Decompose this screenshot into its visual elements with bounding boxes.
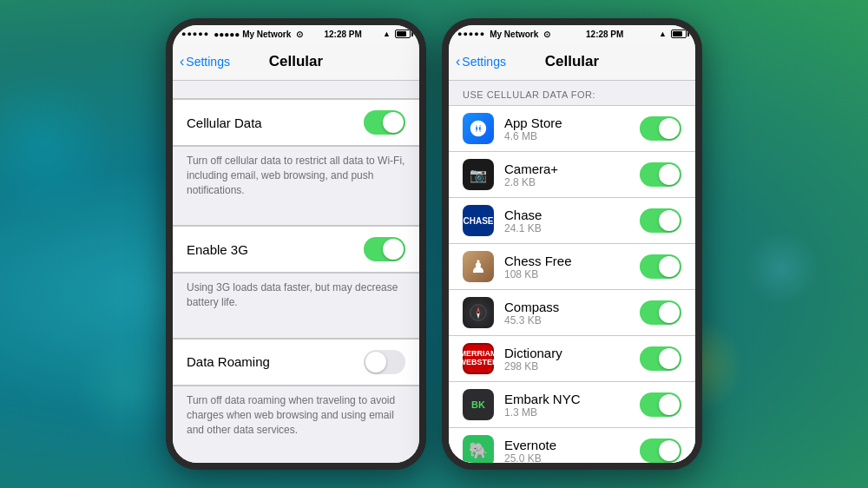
app-size-chess: 108 KB [504,268,629,280]
time-display-2: 12:28 PM [586,30,623,39]
chess-icon: ♟ [463,251,494,282]
cellular-data-toggle[interactable] [364,110,405,135]
compass-icon [463,297,494,328]
status-left-1: ●●●●● ●●●●● My Network ⊙ [181,30,303,39]
app-info-camera: Camera+ 2.8 KB [504,162,629,188]
battery-icon-1 [395,30,411,38]
list-item: App Store 4.6 MB [449,105,695,152]
appstore-toggle[interactable] [640,116,681,141]
list-item: 🐘 Evernote 25.0 KB [449,428,695,463]
signal-indicator-2: ●●●●● [457,30,485,38]
nav-title-1: Cellular [269,53,323,70]
app-info-embark: Embark NYC 1.3 MB [504,392,629,419]
cellular-data-description: Turn off cellular data to restrict all d… [173,147,419,208]
embark-icon: BK [463,389,494,420]
data-roaming-section: Data Roaming [173,338,419,386]
nav-title-2: Cellular [545,53,599,70]
status-bar-1: ●●●●● ●●●●● My Network ⊙ 12:28 PM ▲ [173,25,419,43]
status-right-2: ▲ [659,30,687,38]
enable-3g-toggle[interactable] [364,237,405,261]
app-name-chase: Chase [504,208,629,222]
dictionary-toggle[interactable] [640,346,681,371]
back-button-1[interactable]: ‹ Settings [180,54,230,69]
back-label-2: Settings [462,55,506,69]
enable-3g-description: Using 3G loads data faster, but may decr… [173,274,419,320]
chevron-back-icon-2: ‹ [456,54,460,69]
list-item: MERRIAMWEBSTER Dictionary 298 KB [449,336,695,382]
chess-toggle[interactable] [640,254,681,279]
status-left-2: ●●●●● My Network ⊙ [457,30,550,39]
enable-3g-cell: Enable 3G [173,226,419,273]
phone-1: ●●●●● ●●●●● My Network ⊙ 12:28 PM ▲ ‹ Se… [166,18,426,470]
app-size-embark: 1.3 MB [504,406,629,419]
app-info-evernote: Evernote 25.0 KB [504,438,629,464]
enable-3g-section: Enable 3G [173,225,419,274]
camera-toggle[interactable] [640,162,681,187]
compass-toggle[interactable] [640,300,681,325]
network-name-2: My Network [490,30,538,39]
battery-fill-2 [673,31,682,36]
app-info-compass: Compass 45.3 KB [504,300,629,326]
phone-2: ●●●●● My Network ⊙ 12:28 PM ▲ ‹ Settings… [442,18,702,470]
nav-bar-1: ‹ Settings Cellular [173,43,419,81]
svg-marker-1 [477,307,480,313]
chase-toggle[interactable] [640,208,681,233]
dictionary-icon: MERRIAMWEBSTER [463,343,494,374]
list-item: 📷 Camera+ 2.8 KB [449,152,695,198]
app-info-chase: Chase 24.1 KB [504,208,629,234]
app-info-chess: Chess Free 108 KB [504,254,629,280]
list-item: BK Embark NYC 1.3 MB [449,382,695,428]
app-size-appstore: 4.6 MB [504,130,629,142]
cellular-data-cell: Cellular Data [173,99,419,146]
app-info-dictionary: Dictionary 298 KB [504,346,629,373]
network-name: ●●●●● My Network [214,30,291,39]
signal-indicator: ●●●●● [181,30,209,38]
nav-bar-2: ‹ Settings Cellular [449,43,695,81]
toggle-knob [383,112,404,133]
toggle-knob-roaming [365,352,386,373]
chase-icon: CHASE [463,205,494,236]
appstore-icon [463,113,494,144]
time-display-1: 12:28 PM [325,30,362,39]
app-info-appstore: App Store 4.6 MB [504,115,629,142]
evernote-icon: 🐘 [463,435,494,463]
status-right-1: ▲ [383,30,411,38]
data-roaming-cell: Data Roaming [173,339,419,386]
toggle-knob-3g [383,239,404,260]
phone-content-1: Cellular Data Turn off cellular data to … [173,81,419,463]
data-roaming-description: Turn off data roaming when traveling to … [173,386,419,447]
list-item: ♟ Chess Free 108 KB [449,244,695,290]
app-list: App Store 4.6 MB 📷 Camera+ 2.8 KB [449,105,695,463]
evernote-toggle[interactable] [640,439,681,463]
battery-icon-2 [671,30,687,38]
list-item: Compass 45.3 KB [449,290,695,336]
chevron-back-icon-1: ‹ [180,54,184,69]
app-name-compass: Compass [504,300,629,314]
signal-bars-icon: ▲ [383,30,391,38]
data-roaming-toggle[interactable] [364,350,405,374]
app-size-chase: 24.1 KB [504,222,629,234]
wifi-icon: ⊙ [296,30,303,39]
wifi-icon-2: ⊙ [543,30,550,39]
app-name-appstore: App Store [504,115,629,130]
section-header: USE CELLULAR DATA FOR: [449,81,695,105]
phone-content-2: USE CELLULAR DATA FOR: App Store 4.6 MB [449,81,695,463]
status-bar-2: ●●●●● My Network ⊙ 12:28 PM ▲ [449,25,695,43]
back-label-1: Settings [186,55,230,69]
battery-fill-1 [397,31,406,36]
app-name-chess: Chess Free [504,254,629,268]
cellular-data-section: Cellular Data [173,98,419,147]
app-size-camera: 2.8 KB [504,176,629,188]
embark-toggle[interactable] [640,392,681,417]
svg-marker-2 [477,313,480,319]
cellular-data-label: Cellular Data [187,115,262,130]
app-name-camera: Camera+ [504,162,629,176]
app-size-dictionary: 298 KB [504,360,629,373]
cameraplus-icon: 📷 [463,159,494,190]
signal-bars-icon-2: ▲ [659,30,667,38]
back-button-2[interactable]: ‹ Settings [456,54,506,69]
data-roaming-label: Data Roaming [187,354,270,369]
enable-3g-label: Enable 3G [187,242,248,257]
app-name-evernote: Evernote [504,438,629,452]
app-size-evernote: 25.0 KB [504,452,629,464]
